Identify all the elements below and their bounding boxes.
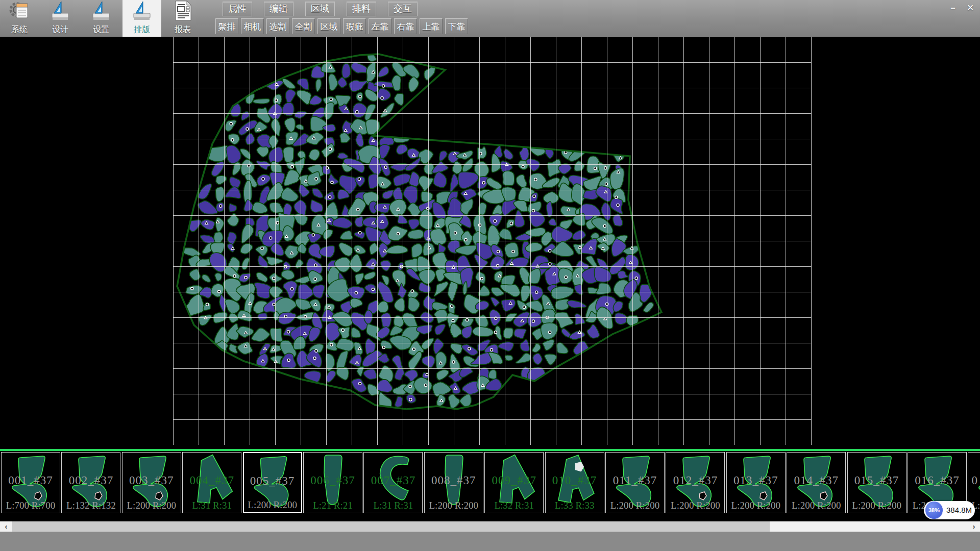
nested-part[interactable] (283, 147, 294, 163)
nested-part[interactable] (505, 243, 519, 258)
part-id-marker (191, 287, 193, 290)
part-id-marker (424, 384, 427, 386)
tool-button-8[interactable]: 右靠 (394, 18, 417, 34)
part-id-marker (535, 291, 538, 293)
tool-button-1[interactable]: 聚排 (215, 18, 238, 34)
menu-tab-2[interactable]: 编辑 (264, 2, 293, 16)
mode-button-label: 排版 (134, 24, 150, 35)
mode-button-2[interactable]: 设计 (41, 0, 80, 37)
part-id-marker (604, 167, 607, 169)
system-gear-icon (8, 0, 31, 24)
part-thumbnail-11[interactable]: .pp{fill:#1d5a52;stroke:#3be24e;stroke-w… (605, 452, 665, 513)
part-id-marker (510, 222, 512, 224)
settings-ruler-icon (90, 0, 112, 24)
nested-part[interactable] (381, 313, 391, 328)
menu-tab-3[interactable]: 区域 (305, 2, 335, 16)
part-thumbnail-4[interactable]: .pp{fill:#6d0f10;stroke:#ea1c17;stroke-w… (182, 452, 241, 513)
part-id-marker (341, 329, 344, 332)
main-toolbar: 系统设计设置排版报表 属性编辑区域排料交互 聚排相机选割全割区域瑕疵左靠右靠上靠… (0, 0, 980, 37)
part-id-marker (606, 303, 608, 305)
menu-tab-4[interactable]: 排料 (347, 2, 376, 16)
part-thumbnail-5[interactable]: .pp{fill:#1d5a52;stroke:#3be24e;stroke-w… (243, 452, 302, 513)
part-id-marker (270, 237, 272, 239)
nested-part[interactable] (625, 255, 639, 270)
layout-ruler-icon (131, 0, 153, 24)
nested-part[interactable] (368, 51, 376, 62)
part-thumbnail-14[interactable]: .pp{fill:#1d5a52;stroke:#3be24e;stroke-w… (787, 452, 846, 513)
part-thumbnail-10[interactable]: .pp{fill:#6d0f10;stroke:#ea1c17;stroke-w… (545, 452, 604, 513)
part-id-marker (246, 128, 249, 130)
tool-button-9[interactable]: 上靠 (420, 18, 443, 34)
part-id-marker (273, 303, 275, 306)
part-id-marker (565, 276, 567, 279)
nested-part[interactable] (503, 328, 513, 339)
part-thumbnail-15[interactable]: .pp{fill:#1d5a52;stroke:#3be24e;stroke-w… (847, 452, 906, 513)
tool-button-4[interactable]: 全割 (292, 18, 315, 34)
close-button[interactable]: ✕ (963, 1, 978, 15)
part-id-marker (313, 357, 316, 360)
nested-part[interactable] (253, 98, 270, 104)
part-id-marker (312, 234, 314, 236)
nested-part[interactable] (478, 203, 486, 215)
menu-tab-5[interactable]: 交互 (388, 2, 418, 16)
horizontal-scrollbar[interactable]: ‹ › (0, 521, 980, 532)
part-thumbnail-1[interactable]: .pp{fill:#1d5a52;stroke:#3be24e;stroke-w… (1, 452, 60, 513)
part-thumbnail-13[interactable]: .pp{fill:#1d5a52;stroke:#3be24e;stroke-w… (726, 452, 786, 513)
report-doc-icon (172, 0, 194, 24)
part-id-marker (549, 263, 551, 265)
mode-button-5[interactable]: 报表 (163, 0, 202, 37)
part-id-marker (617, 204, 619, 206)
mode-button-4[interactable]: 排版 (122, 0, 161, 37)
scroll-right-arrow[interactable]: › (968, 521, 980, 532)
part-thumbnail-2[interactable]: .pp{fill:#1d5a52;stroke:#3be24e;stroke-w… (61, 452, 120, 513)
nested-part[interactable] (503, 171, 514, 186)
part-thumbnail-9[interactable]: .pp{fill:#6d0f10;stroke:#ea1c17;stroke-w… (484, 452, 544, 513)
scrollbar-thumb[interactable] (12, 521, 770, 532)
part-id-marker (490, 348, 493, 351)
nested-part[interactable] (408, 230, 424, 239)
part-id-marker (478, 224, 481, 227)
tool-button-5[interactable]: 区域 (317, 18, 340, 34)
leather-hide-nest[interactable] (0, 37, 980, 449)
tool-button-3[interactable]: 选割 (266, 18, 289, 34)
part-thumbnail-12[interactable]: .pp{fill:#1d5a52;stroke:#3be24e;stroke-w… (666, 452, 725, 513)
tool-button-6[interactable]: 瑕疵 (343, 18, 366, 34)
menu-tab-1[interactable]: 属性 (223, 2, 252, 16)
part-id-marker (412, 348, 415, 350)
part-thumbnail-3[interactable]: .pp{fill:#1d5a52;stroke:#3be24e;stroke-w… (122, 452, 181, 513)
nested-part[interactable] (505, 355, 512, 361)
part-lr-count: L:32 R:31 (485, 500, 543, 511)
nested-part[interactable] (511, 258, 529, 267)
part-id-marker (454, 232, 457, 234)
nested-part[interactable] (258, 313, 267, 320)
part-id-marker (494, 331, 497, 334)
part-id-label: 006_#37 (304, 474, 362, 487)
part-id-marker (615, 196, 618, 198)
minimize-button[interactable]: – (945, 1, 961, 15)
nested-part[interactable] (215, 187, 224, 202)
nested-part[interactable] (342, 63, 351, 78)
part-id-marker (244, 277, 247, 279)
part-id-marker (400, 265, 403, 268)
tool-button-7[interactable]: 左靠 (369, 18, 391, 34)
part-id-marker (359, 232, 361, 234)
mode-button-3[interactable]: 设置 (82, 0, 120, 37)
part-lr-count: L:31 R:31 (183, 500, 241, 511)
nested-part[interactable] (355, 216, 363, 227)
part-id-marker (275, 99, 278, 102)
mode-button-1[interactable]: 系统 (0, 0, 39, 37)
nested-part[interactable] (230, 104, 241, 117)
part-thumbnail-6[interactable]: .pp{fill:#6d0f10;stroke:#ea1c17;stroke-w… (303, 452, 362, 513)
nested-part[interactable] (555, 299, 569, 310)
part-lr-count: L:700 R:700 (2, 500, 60, 511)
nested-part[interactable] (546, 202, 552, 217)
part-thumbnail-7[interactable]: .pp{fill:#6d0f10;stroke:#ea1c17;stroke-w… (363, 452, 423, 513)
part-thumbnail-8[interactable]: .pp{fill:#1d5a52;stroke:#3be24e;stroke-w… (424, 452, 483, 513)
tool-button-10[interactable]: 下靠 (445, 18, 468, 34)
scroll-left-arrow[interactable]: ‹ (0, 521, 12, 532)
part-id-label: 001_#37 (2, 474, 60, 487)
design-ruler-icon (49, 0, 71, 24)
part-thumbnail-strip: .pp{fill:#1d5a52;stroke:#3be24e;stroke-w… (0, 449, 980, 521)
tool-button-2[interactable]: 相机 (241, 18, 264, 34)
nested-part[interactable] (419, 210, 433, 230)
